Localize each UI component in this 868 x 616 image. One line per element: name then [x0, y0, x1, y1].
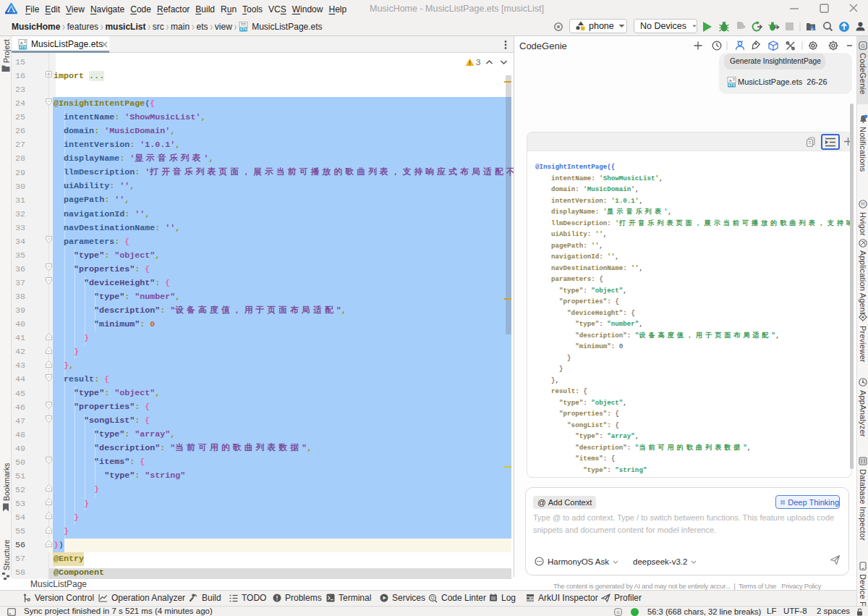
- svg-text:ETS: ETS: [728, 83, 735, 87]
- svg-text:ETS: ETS: [240, 28, 247, 31]
- svg-text:G: G: [616, 609, 620, 614]
- svg-text:H: H: [861, 201, 865, 206]
- svg-text:Q: Q: [430, 595, 434, 601]
- svg-text:G: G: [861, 43, 864, 48]
- svg-text:ETS: ETS: [20, 46, 26, 49]
